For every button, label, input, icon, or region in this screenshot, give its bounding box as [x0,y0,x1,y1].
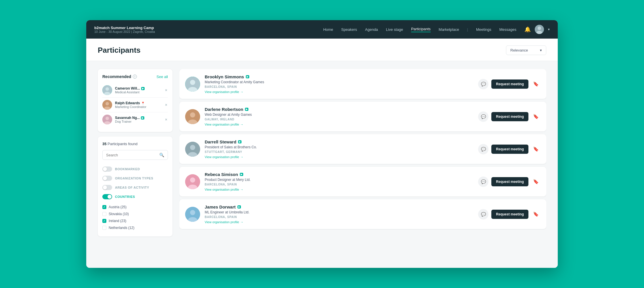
svg-point-22 [190,177,195,183]
message-button-3[interactable]: 💬 [478,177,488,187]
video-badge-2: ▶ [141,116,144,120]
bookmark-button-4[interactable]: 🔖 [531,210,540,219]
brand-title: b2match Summer Learning Camp [94,26,155,30]
video-badge-p4: ▶ [237,205,241,209]
nav-meetings[interactable]: Meetings [476,27,491,32]
request-meeting-button-2[interactable]: Request meeting [491,145,528,154]
participant-name-1: Darlene Robertson ▶ [205,107,474,112]
nav-divider: | [467,27,468,32]
participants-list: Brooklyn Simmons ▶ Marketing Coordinator… [179,69,546,260]
rec-avatar-0 [102,85,112,95]
filters-card: 35 Participants found 🔍 BOOKMARKED [98,137,172,236]
participant-card-0: Brooklyn Simmons ▶ Marketing Coordinator… [179,69,546,99]
country-checkbox-0[interactable] [102,205,106,209]
org-types-label: ORGANIZATION TYPES [115,177,153,180]
view-org-1[interactable]: View organisation profile → [205,123,474,126]
nav-speakers[interactable]: Speakers [341,27,357,32]
svg-point-25 [190,210,195,215]
user-avatar[interactable] [535,25,544,34]
participant-avatar-1 [185,109,200,124]
rec-item-1: Ralph Edwards 📍 Marketing Coordinator × [102,98,168,112]
view-org-3[interactable]: View organisation profile → [205,188,474,191]
message-button-1[interactable]: 💬 [478,111,488,122]
message-button-4[interactable]: 💬 [478,209,488,219]
participant-name-0: Brooklyn Simmons ▶ [205,74,474,79]
nav-livestage[interactable]: Live stage [386,27,403,32]
notification-bell-icon[interactable]: 🔔 [524,26,531,33]
countries-toggle[interactable] [102,194,112,199]
filter-org-types: ORGANIZATION TYPES [102,174,168,183]
participant-role-2: President of Sales at Brothers Co. [205,145,474,149]
country-item-1: Slovakia (10) [102,211,168,217]
participant-name-2: Darrell Steward ▶ [205,139,474,144]
message-button-2[interactable]: 💬 [478,144,488,154]
recommended-card: Recommended i See all Cameron Will... [98,69,172,132]
participant-location-2: STUTTGART, GERMANY [205,150,474,154]
rec-close-0[interactable]: × [164,87,168,93]
request-meeting-button-4[interactable]: Request meeting [491,210,528,219]
bookmark-button-1[interactable]: 🔖 [531,112,540,121]
participant-actions-4: 💬 Request meeting 🔖 [478,209,540,219]
toggle-knob [108,195,112,199]
country-checkbox-1[interactable] [102,212,106,216]
see-all-link[interactable]: See all [156,75,168,79]
top-navigation: b2match Summer Learning Camp 10 June - 3… [86,20,558,39]
view-org-4[interactable]: View organisation profile → [205,220,474,224]
svg-point-1 [538,26,541,30]
participant-actions-0: 💬 Request meeting 🔖 [478,79,540,89]
nav-home[interactable]: Home [323,27,333,32]
participant-info-4: James Dorwart ▶ ML Engineer at Umbrella … [205,204,474,224]
sort-dropdown[interactable]: Relevance ▾ [506,46,546,55]
participant-actions-1: 💬 Request meeting 🔖 [478,111,540,122]
request-meeting-button-1[interactable]: Request meeting [491,112,528,121]
video-badge-0: ▶ [141,87,145,90]
rec-close-1[interactable]: × [164,102,168,108]
participant-info-0: Brooklyn Simmons ▶ Marketing Coordinator… [205,74,474,94]
rec-close-2[interactable]: × [164,117,168,122]
content-area: Recommended i See all Cameron Will... [86,61,558,268]
bookmarked-toggle[interactable] [102,166,112,172]
participant-card-1: Darlene Robertson ▶ Web Designer at Amit… [179,102,546,131]
toggle-knob [103,167,107,171]
search-box[interactable]: 🔍 [102,150,168,160]
svg-point-7 [106,102,109,105]
participant-location-3: BARCELONA, SPAIN [205,183,474,186]
video-badge-p2: ▶ [238,140,241,143]
areas-label: AREAS OF ACTIVITY [115,186,149,189]
recommended-info-icon[interactable]: i [133,75,137,79]
rec-info-2: Savannah Ng... ▶ Dog Trainer [115,116,162,123]
nav-agenda[interactable]: Agenda [365,27,378,32]
participant-avatar-3 [185,174,200,189]
view-org-2[interactable]: View organisation profile → [205,155,474,159]
nav-messages[interactable]: Messages [499,27,516,32]
user-menu-chevron-icon[interactable]: ▾ [548,27,550,31]
bookmark-button-2[interactable]: 🔖 [531,145,540,154]
country-item-3: Netherlands (12) [102,224,168,231]
sort-label: Relevance [510,48,528,52]
participant-role-3: Product Designer at Mery Ltd. [205,178,474,182]
participant-card-4: James Dorwart ▶ ML Engineer at Umbrella … [179,199,546,229]
country-checkbox-2[interactable] [102,219,106,223]
org-types-toggle[interactable] [102,176,112,181]
svg-point-16 [190,112,195,118]
participant-avatar-4 [185,207,200,222]
nav-participants[interactable]: Participants [411,27,431,32]
countries-section: Austria (25) Slovakia (10) Ireland (23) [102,204,168,231]
participant-info-1: Darlene Robertson ▶ Web Designer at Amit… [205,107,474,126]
search-input[interactable] [106,153,157,157]
view-org-0[interactable]: View organisation profile → [205,90,474,94]
search-icon: 🔍 [159,153,164,157]
message-button-0[interactable]: 💬 [478,79,488,89]
video-badge-p3: ▶ [240,173,243,176]
participants-found: 35 Participants found [102,142,168,146]
bookmark-button-3[interactable]: 🔖 [531,177,540,186]
nav-marketplace[interactable]: Marketplace [439,27,459,32]
participant-card-3: Rebeca Simison ▶ Product Designer at Mer… [179,167,546,196]
areas-toggle[interactable] [102,185,112,190]
bookmark-button-0[interactable]: 🔖 [531,79,540,89]
country-checkbox-3[interactable] [102,226,106,230]
request-meeting-button-0[interactable]: Request meeting [491,79,528,89]
request-meeting-button-3[interactable]: Request meeting [491,177,528,186]
sort-chevron-icon: ▾ [540,48,542,52]
rec-info-1: Ralph Edwards 📍 Marketing Coordinator [115,101,162,109]
